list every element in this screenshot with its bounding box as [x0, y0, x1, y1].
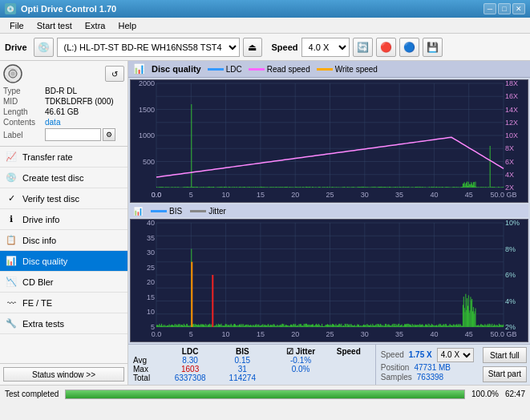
total-label: Total — [133, 374, 162, 382]
status-time: 62:47 — [505, 390, 525, 398]
extra-tests-label: Extra tests — [22, 319, 64, 329]
position-row: Position 47731 MB — [381, 363, 475, 372]
extra-tests-icon: 🔧 — [5, 317, 18, 330]
app-title: Opti Drive Control 1.70 — [21, 4, 116, 14]
maximize-button[interactable]: □ — [498, 3, 511, 14]
sidebar-item-create-test-disc[interactable]: 💿 Create test disc — [0, 168, 127, 188]
label-input[interactable] — [45, 128, 101, 141]
menu-help[interactable]: Help — [111, 19, 143, 32]
speed-right-label: Speed — [381, 350, 404, 359]
disc-icon — [3, 64, 22, 83]
jitter-header: ☑ Jitter — [274, 347, 326, 356]
start-full-button[interactable]: Start full — [483, 347, 527, 363]
legend-jitter: Jitter — [190, 207, 226, 216]
type-value: BD-R DL — [45, 87, 124, 95]
menu-extra[interactable]: Extra — [79, 19, 112, 32]
settings-btn2[interactable]: 🔵 — [399, 38, 419, 57]
disc-quality-label: Disc quality — [22, 256, 67, 266]
sidebar-item-disc-info[interactable]: 📋 Disc info — [0, 230, 127, 251]
progress-bar-fill — [66, 390, 464, 398]
status-window-btn[interactable]: Status window >> — [3, 367, 124, 382]
speed-label: Speed — [272, 42, 298, 52]
svg-point-2 — [11, 72, 14, 75]
samples-row: Samples 763398 — [381, 373, 475, 382]
contents-label: Contents — [3, 118, 45, 127]
disc-info-label: Disc info — [22, 236, 56, 245]
read-speed-label: Read speed — [267, 65, 310, 74]
length-value: 46.61 GB — [45, 107, 124, 116]
top-chart — [130, 79, 528, 203]
legend-read-speed: Read speed — [249, 65, 310, 74]
menu-file[interactable]: File — [3, 19, 30, 32]
avg-bis: 0.15 — [218, 356, 266, 365]
type-label: Type — [3, 87, 45, 95]
legend-write-speed: Write speed — [317, 65, 378, 74]
disc-fields: Type BD-R DL MID TDKBLDRFB (000) Length … — [3, 87, 124, 141]
sidebar-item-drive-info[interactable]: ℹ Drive info — [0, 209, 127, 230]
cd-bler-icon: 📉 — [5, 276, 18, 289]
total-bis: 114274 — [218, 374, 266, 382]
chart-header-icon2: 📊 — [133, 207, 143, 216]
verify-test-disc-label: Verify test disc — [22, 194, 79, 204]
cd-bler-label: CD Bler — [22, 277, 54, 287]
stats-area: LDC BIS ☑ Jitter Speed Avg 8.30 0.15 — [128, 344, 530, 385]
start-part-button[interactable]: Start part — [483, 366, 527, 382]
speed-select[interactable]: 4.0 X — [301, 38, 350, 57]
avg-ldc: 8.30 — [162, 356, 218, 365]
chart-title: Disc quality — [152, 64, 201, 74]
charts-area: 📊 BIS Jitter — [128, 78, 530, 344]
sidebar-item-disc-quality[interactable]: 📊 Disc quality — [0, 251, 127, 272]
sidebar-item-cd-bler[interactable]: 📉 CD Bler — [0, 272, 127, 293]
bottom-chart-legend: 📊 BIS Jitter — [130, 204, 528, 217]
speed-header: Speed — [327, 347, 370, 356]
jitter-color — [190, 210, 206, 212]
mid-value: TDKBLDRFB (000) — [45, 97, 124, 106]
fe-te-icon: 〰 — [5, 297, 18, 309]
read-speed-color — [249, 68, 265, 71]
chart-header-icon: 📊 — [133, 63, 145, 75]
sidebar-item-transfer-rate[interactable]: 📈 Transfer rate — [0, 147, 127, 168]
avg-label: Avg — [133, 356, 162, 365]
save-btn[interactable]: 💾 — [423, 38, 443, 57]
action-buttons: Start full Start part — [479, 345, 530, 385]
minimize-button[interactable]: ─ — [483, 3, 496, 14]
speed-right-select[interactable]: 4.0 X — [437, 348, 474, 362]
contents-value: data — [45, 118, 124, 127]
eject-btn[interactable]: ⏏ — [243, 38, 262, 57]
sidebar-item-verify-test-disc[interactable]: ✓ Verify test disc — [0, 188, 127, 209]
create-test-disc-icon: 💿 — [5, 172, 18, 184]
mid-label: MID — [3, 97, 45, 106]
verify-test-disc-icon: ✓ — [5, 192, 18, 205]
menu-start-test[interactable]: Start test — [30, 19, 79, 32]
drive-info-label: Drive info — [22, 215, 59, 224]
drive-icon-btn[interactable]: 💿 — [34, 38, 54, 57]
disc-quality-icon: 📊 — [5, 255, 18, 268]
label-btn[interactable]: ⚙ — [103, 128, 115, 141]
refresh-btn[interactable]: 🔄 — [353, 38, 373, 57]
bis-label: BIS — [169, 207, 182, 216]
max-row: Max 1603 31 0.0% — [133, 365, 370, 374]
stats-table: LDC BIS ☑ Jitter Speed Avg 8.30 0.15 — [133, 347, 370, 382]
position-label: Position — [381, 363, 410, 372]
transfer-rate-icon: 📈 — [5, 151, 18, 164]
disc-section: ↺ Type BD-R DL MID TDKBLDRFB (000) Lengt… — [0, 61, 127, 147]
max-bis: 31 — [218, 365, 266, 374]
drive-label: Drive — [5, 42, 27, 52]
drive-select[interactable]: (L:) HL-DT-ST BD-RE WH16NS58 TST4 — [57, 38, 240, 57]
total-ldc: 6337308 — [162, 374, 218, 382]
sidebar-item-extra-tests[interactable]: 🔧 Extra tests — [0, 313, 127, 334]
disc-refresh-btn[interactable]: ↺ — [105, 66, 124, 82]
samples-value: 763398 — [417, 373, 443, 382]
disc-info-icon: 📋 — [5, 234, 18, 247]
settings-btn1[interactable]: 🔴 — [376, 38, 396, 57]
samples-label: Samples — [381, 373, 412, 382]
main-layout: ↺ Type BD-R DL MID TDKBLDRFB (000) Lengt… — [0, 61, 530, 385]
avg-row: Avg 8.30 0.15 -0.1% — [133, 356, 370, 365]
close-button[interactable]: ✕ — [512, 3, 525, 14]
write-speed-label: Write speed — [335, 65, 378, 74]
content-area: 📊 Disc quality LDC Read speed Write spee… — [128, 61, 530, 385]
create-test-disc-label: Create test disc — [22, 173, 83, 183]
sidebar-item-fe-te[interactable]: 〰 FE / TE — [0, 293, 127, 313]
jitter-label: Jitter — [208, 207, 226, 216]
progress-percent: 100.0% — [471, 390, 499, 398]
